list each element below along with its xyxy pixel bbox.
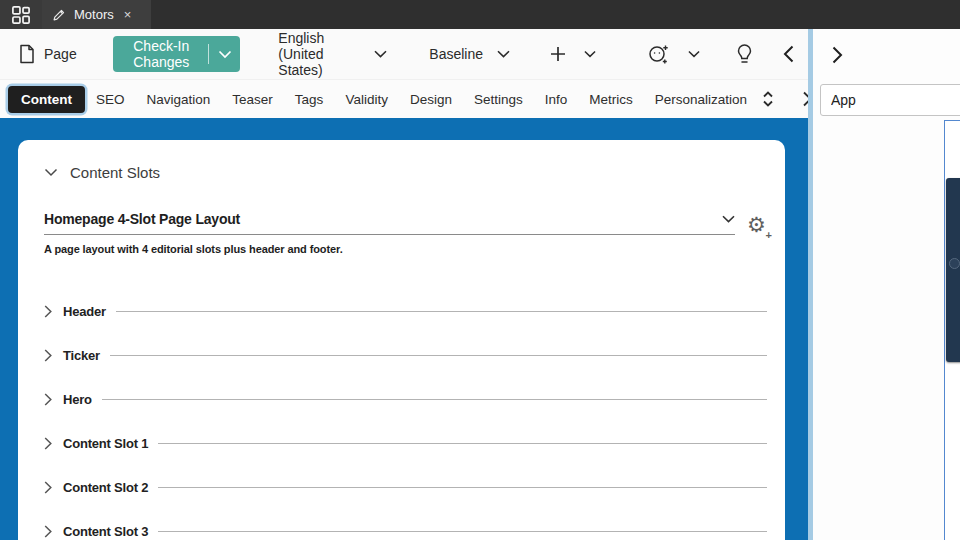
chevron-right-icon	[44, 393, 52, 406]
slot-label: Hero	[63, 392, 92, 407]
chevron-right-icon	[44, 437, 52, 450]
slot-row-header[interactable]: Header	[44, 289, 767, 333]
check-in-changes-label: Check-In Changes	[131, 38, 192, 70]
select-chevron-icon	[722, 215, 735, 223]
close-tab-icon[interactable]: ×	[124, 7, 132, 22]
slot-row-content-slot-2[interactable]: Content Slot 2	[44, 465, 767, 509]
chevron-right-icon	[44, 525, 52, 538]
check-in-options-chevron-icon[interactable]	[214, 46, 236, 63]
slot-row-hero[interactable]: Hero	[44, 377, 767, 421]
collapse-panel-left-icon[interactable]	[779, 41, 798, 67]
slot-label: Content Slot 3	[63, 524, 148, 539]
chevron-down-icon	[497, 50, 510, 58]
button-divider	[208, 44, 209, 64]
form-frame: Content Slots Homepage 4-Slot Page Layou…	[0, 118, 808, 540]
slot-row-content-slot-1[interactable]: Content Slot 1	[44, 421, 767, 465]
tab-settings[interactable]: Settings	[463, 86, 534, 113]
page-layout-select[interactable]: Homepage 4-Slot Page Layout	[44, 211, 735, 235]
right-side-panel	[813, 29, 960, 540]
slot-divider-line	[158, 487, 767, 488]
tab-info[interactable]: Info	[534, 86, 579, 113]
layout-select-block: Homepage 4-Slot Page Layout ⚙ + A page l…	[44, 211, 767, 255]
reactions-chevron-icon[interactable]	[684, 46, 704, 62]
check-in-changes-button[interactable]: Check-In Changes	[113, 36, 241, 72]
add-options-chevron-icon[interactable]	[580, 46, 600, 62]
content-slots-section-header[interactable]: Content Slots	[44, 164, 767, 181]
editor-region: Page Check-In Changes English (United St…	[0, 29, 808, 540]
top-app-bar: Motors ×	[0, 0, 960, 29]
tab-validity[interactable]: Validity	[334, 86, 399, 113]
editor-toolbar: Page Check-In Changes English (United St…	[0, 29, 808, 79]
slot-label: Content Slot 1	[63, 436, 148, 451]
document-tab-label: Motors	[74, 7, 114, 22]
tab-navigation[interactable]: Navigation	[136, 86, 222, 113]
slot-divider-line	[116, 311, 767, 312]
form-tab-bar: Content SEO Navigation Teaser Tags Valid…	[0, 79, 808, 118]
slot-row-content-slot-3[interactable]: Content Slot 3	[44, 509, 767, 540]
slot-divider-line	[158, 531, 767, 532]
expand-all-sections-icon[interactable]	[758, 87, 778, 111]
layout-settings-gear-icon[interactable]: ⚙ +	[747, 215, 771, 239]
carousel-prev-icon[interactable]	[949, 258, 960, 269]
page-layout-value: Homepage 4-Slot Page Layout	[44, 211, 722, 227]
layout-description: A page layout with 4 editorial slots plu…	[44, 243, 735, 255]
variant-dropdown[interactable]: Baseline	[421, 46, 510, 62]
slot-row-ticker[interactable]: Ticker	[44, 333, 767, 377]
slot-label: Ticker	[63, 348, 100, 363]
tab-design[interactable]: Design	[399, 86, 463, 113]
expand-panel-right-icon[interactable]	[828, 42, 847, 68]
section-collapse-chevron-icon	[44, 168, 58, 177]
page-type-icon	[18, 44, 36, 64]
slot-label: Header	[63, 304, 106, 319]
language-value: English (United States)	[278, 30, 360, 78]
chevron-right-icon	[44, 481, 52, 494]
variant-value: Baseline	[429, 46, 483, 62]
tab-personalization[interactable]: Personalization	[644, 86, 758, 113]
edit-pencil-icon	[52, 8, 66, 22]
slot-divider-line	[158, 443, 767, 444]
document-tab-motors[interactable]: Motors ×	[42, 0, 151, 29]
page-preview-frame[interactable]	[944, 120, 960, 540]
reactions-sparkle-icon[interactable]	[642, 38, 674, 70]
tab-seo[interactable]: SEO	[85, 86, 136, 113]
chevron-down-icon	[374, 50, 387, 58]
app-filter-input[interactable]	[820, 84, 960, 116]
preview-hero-block	[946, 178, 960, 362]
tab-content[interactable]: Content	[8, 86, 85, 113]
add-button[interactable]	[546, 42, 570, 66]
page-type-label: Page	[44, 46, 77, 62]
tab-metrics[interactable]: Metrics	[578, 86, 644, 113]
tab-tags[interactable]: Tags	[284, 86, 335, 113]
app-launcher-button[interactable]	[0, 0, 42, 29]
content-form-panel: Content Slots Homepage 4-Slot Page Layou…	[18, 140, 785, 540]
lightbulb-icon[interactable]	[732, 39, 757, 69]
slot-label: Content Slot 2	[63, 480, 148, 495]
section-title: Content Slots	[70, 164, 160, 181]
slot-divider-line	[110, 355, 767, 356]
chevron-right-icon	[44, 349, 52, 362]
language-dropdown[interactable]: English (United States)	[270, 30, 387, 78]
slot-divider-line	[102, 399, 767, 400]
app-grid-icon	[11, 5, 31, 25]
chevron-right-icon	[44, 305, 52, 318]
tab-teaser[interactable]: Teaser	[221, 86, 284, 113]
slot-list: Header Ticker Hero Content Slot 1	[44, 289, 767, 540]
